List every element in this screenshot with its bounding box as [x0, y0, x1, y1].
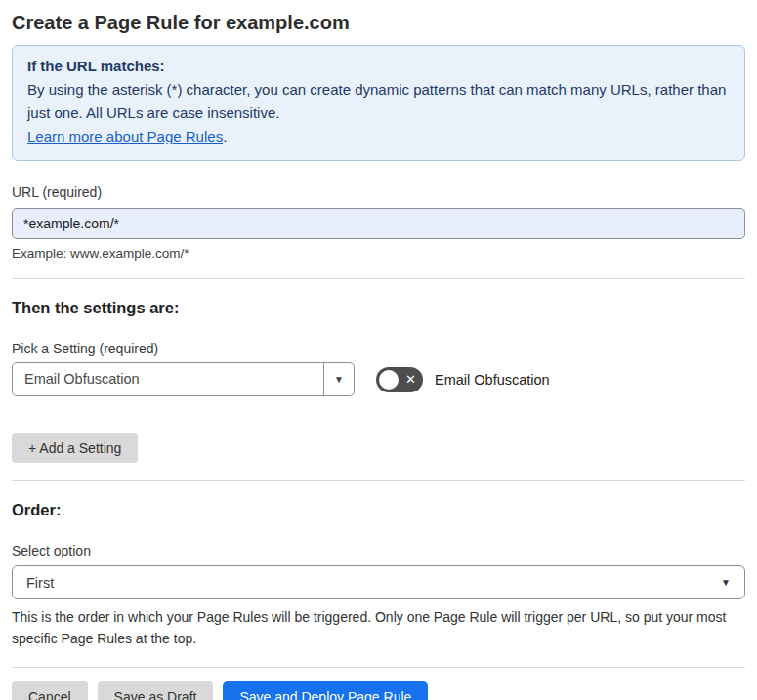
order-select[interactable]: First ▼ [12, 565, 745, 599]
order-select-label: Select option [12, 543, 745, 558]
save-draft-button[interactable]: Save as Draft [98, 681, 214, 700]
add-setting-button[interactable]: + Add a Setting [12, 433, 138, 463]
link-suffix: . [223, 128, 227, 144]
order-select-value: First [26, 575, 721, 591]
toggle-label: Email Obfuscation [435, 372, 550, 388]
chevron-down-icon: ▼ [721, 577, 731, 588]
url-example-helper: Example: www.example.com/* [12, 246, 745, 261]
toggle-knob [379, 370, 399, 390]
footer-divider [12, 667, 745, 668]
setting-select[interactable]: Email Obfuscation ▼ [12, 362, 355, 396]
footer-actions: Cancel Save as Draft Save and Deploy Pag… [12, 681, 745, 700]
page-rule-form: Create a Page Rule for example.com If th… [0, 10, 757, 700]
section-divider [12, 480, 745, 481]
toggle-off-x-icon: ✕ [405, 367, 416, 392]
setting-select-value: Email Obfuscation [13, 363, 323, 395]
email-obfuscation-toggle[interactable]: ✕ [376, 367, 423, 392]
info-box-link-row: Learn more about Page Rules. [27, 125, 730, 148]
url-label: URL (required) [12, 185, 745, 200]
info-box-heading: If the URL matches: [27, 55, 730, 78]
section-divider [12, 278, 745, 279]
cancel-button[interactable]: Cancel [12, 681, 88, 700]
order-helper-text: This is the order in which your Page Rul… [12, 606, 745, 649]
info-box-body: By using the asterisk (*) character, you… [27, 78, 730, 125]
order-heading: Order: [12, 501, 745, 519]
settings-heading: Then the settings are: [12, 299, 745, 317]
page-title: Create a Page Rule for example.com [12, 10, 745, 35]
learn-more-link[interactable]: Learn more about Page Rules [27, 128, 223, 144]
url-matches-info-box: If the URL matches: By using the asteris… [12, 45, 745, 161]
pick-setting-label: Pick a Setting (required) [12, 341, 745, 356]
url-input[interactable] [12, 208, 745, 239]
setting-row: Email Obfuscation ▼ ✕ Email Obfuscation [12, 362, 745, 396]
save-deploy-button[interactable]: Save and Deploy Page Rule [223, 681, 428, 700]
setting-select-dropdown-button[interactable]: ▼ [323, 363, 354, 395]
chevron-down-icon: ▼ [334, 374, 344, 385]
